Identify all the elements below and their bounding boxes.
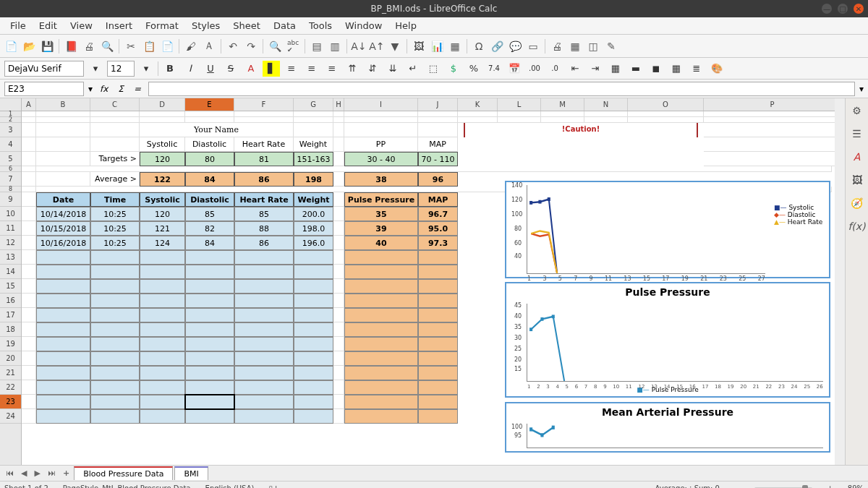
sidebar-gallery-icon[interactable]: 🖼 xyxy=(849,172,865,188)
dec-indent-icon[interactable]: ⇤ xyxy=(566,61,584,77)
row-icon[interactable]: ▤ xyxy=(309,38,325,54)
font-color-icon[interactable]: A xyxy=(242,61,260,77)
sidebar-functions-icon[interactable]: f(x) xyxy=(849,218,865,234)
clear-format-icon[interactable]: Ａ xyxy=(201,38,217,54)
sidebar-styles-icon[interactable]: A xyxy=(849,149,865,165)
align-right-icon[interactable]: ≡ xyxy=(323,61,341,77)
menu-window[interactable]: Window xyxy=(339,19,388,33)
align-bot-icon[interactable]: ⇊ xyxy=(384,61,401,77)
tab-last-icon[interactable]: ⏭ xyxy=(45,468,59,478)
underline-button[interactable]: U xyxy=(202,61,219,77)
headers-icon[interactable]: ▭ xyxy=(525,38,541,54)
zoom-out-icon[interactable]: − xyxy=(734,484,740,488)
insert-chart-icon[interactable]: 📊 xyxy=(429,38,445,54)
open-icon[interactable]: 📂 xyxy=(21,38,37,54)
date-icon[interactable]: 📅 xyxy=(506,61,523,77)
border-color-icon[interactable]: ◼ xyxy=(647,61,665,77)
tab-bmi[interactable]: BMI xyxy=(174,466,208,480)
minimize-icon[interactable]: — xyxy=(822,4,832,14)
sidebar-settings-icon[interactable]: ⚙ xyxy=(849,103,865,119)
font-name-dropdown-icon[interactable]: ▾ xyxy=(87,61,104,77)
draw-icon[interactable]: ✎ xyxy=(603,38,619,54)
themes-icon[interactable]: 🎨 xyxy=(708,61,726,77)
maximize-icon[interactable]: □ xyxy=(838,4,848,14)
col-icon[interactable]: ▥ xyxy=(327,38,343,54)
split-icon[interactable]: ◫ xyxy=(585,38,601,54)
menu-sheet[interactable]: Sheet xyxy=(227,19,266,33)
number-icon[interactable]: 7.4 xyxy=(485,61,503,77)
align-top-icon[interactable]: ⇈ xyxy=(344,61,361,77)
font-name-input[interactable] xyxy=(4,61,84,77)
highlight-icon[interactable]: ▋ xyxy=(263,61,280,77)
align-mid-icon[interactable]: ⇵ xyxy=(364,61,381,77)
merge-icon[interactable]: ⬚ xyxy=(425,61,442,77)
del-decimal-icon[interactable]: .0 xyxy=(546,61,563,77)
paste-icon[interactable]: 📄 xyxy=(159,38,175,54)
menu-tools[interactable]: Tools xyxy=(303,19,338,33)
comment-icon[interactable]: 💬 xyxy=(507,38,523,54)
menu-edit[interactable]: Edit xyxy=(33,19,63,33)
menu-help[interactable]: Help xyxy=(389,19,422,33)
sidebar-properties-icon[interactable]: ☰ xyxy=(849,126,865,142)
chart-bp[interactable]: 140 120 100 80 60 40 xyxy=(505,181,830,278)
spellcheck-icon[interactable]: abc✔ xyxy=(285,38,301,54)
undo-icon[interactable]: ↶ xyxy=(225,38,241,54)
insert-image-icon[interactable]: 🖼 xyxy=(411,38,427,54)
column-headers[interactable]: ABCD EFGH IJKL MNOP xyxy=(22,98,845,111)
cellref-dropdown-icon[interactable]: ▾ xyxy=(88,84,93,94)
menu-data[interactable]: Data xyxy=(268,19,302,33)
autofilter-icon[interactable]: ▼ xyxy=(387,38,403,54)
tab-prev-icon[interactable]: ◀ xyxy=(18,468,30,478)
menu-styles[interactable]: Styles xyxy=(186,19,226,33)
bold-button[interactable]: B xyxy=(161,61,179,77)
status-language[interactable]: English (USA) xyxy=(205,484,255,488)
export-pdf-icon[interactable]: 📕 xyxy=(63,38,79,54)
pivot-icon[interactable]: ▦ xyxy=(447,38,463,54)
freeze-icon[interactable]: ▦ xyxy=(567,38,583,54)
status-zoom[interactable]: 89% xyxy=(848,484,864,488)
cut-icon[interactable]: ✂ xyxy=(123,38,139,54)
spreadsheet-area[interactable]: 12 345 6 7 8 9101112 13141516 17181920 2… xyxy=(0,98,845,465)
tab-blood-pressure[interactable]: Blood Pressure Data xyxy=(74,466,173,480)
currency-icon[interactable]: $ xyxy=(445,61,462,77)
border-style-icon[interactable]: ▬ xyxy=(627,61,644,77)
tab-add-icon[interactable]: + xyxy=(60,468,72,478)
menu-format[interactable]: Format xyxy=(140,19,184,33)
formula-input[interactable] xyxy=(148,82,855,96)
italic-button[interactable]: I xyxy=(182,61,199,77)
redo-icon[interactable]: ↷ xyxy=(243,38,259,54)
cond-format-icon[interactable]: ≣ xyxy=(688,61,705,77)
align-left-icon[interactable]: ≡ xyxy=(283,61,300,77)
define-print-icon[interactable]: 🖨 xyxy=(549,38,565,54)
font-size-input[interactable] xyxy=(107,61,135,77)
tab-next-icon[interactable]: ▶ xyxy=(31,468,43,478)
add-decimal-icon[interactable]: .00 xyxy=(526,61,543,77)
align-center-icon[interactable]: ≡ xyxy=(303,61,320,77)
borders-icon[interactable]: ▦ xyxy=(607,61,624,77)
vertical-scrollbar[interactable] xyxy=(835,98,845,465)
menu-insert[interactable]: Insert xyxy=(100,19,138,33)
close-icon[interactable]: ✕ xyxy=(854,4,864,14)
clone-format-icon[interactable]: 🖌 xyxy=(183,38,199,54)
find-icon[interactable]: 🔍 xyxy=(267,38,283,54)
row-headers[interactable]: 12 345 6 7 8 9101112 13141516 17181920 2… xyxy=(0,98,22,465)
chart-pp[interactable]: Pulse Pressure 45 40 35 30 25 20 15 xyxy=(505,282,830,398)
wrap-icon[interactable]: ↵ xyxy=(404,61,422,77)
menu-view[interactable]: View xyxy=(64,19,98,33)
sidebar-navigator-icon[interactable]: 🧭 xyxy=(849,195,865,211)
autoformat-icon[interactable]: ▦ xyxy=(668,61,685,77)
function-wizard-icon[interactable]: fx xyxy=(97,84,111,94)
hyperlink-icon[interactable]: 🔗 xyxy=(489,38,505,54)
font-size-dropdown-icon[interactable]: ▾ xyxy=(137,61,155,77)
status-insert-mode[interactable]: ▯ ¦ xyxy=(268,484,277,488)
zoom-in-icon[interactable]: + xyxy=(827,484,833,488)
sort-desc-icon[interactable]: A↑ xyxy=(369,38,385,54)
inc-indent-icon[interactable]: ⇥ xyxy=(587,61,604,77)
sort-asc-icon[interactable]: A↓ xyxy=(351,38,367,54)
formula-expand-icon[interactable]: ▾ xyxy=(859,84,864,94)
strike-button[interactable]: S xyxy=(222,61,239,77)
menu-file[interactable]: File xyxy=(4,19,32,33)
percent-icon[interactable]: % xyxy=(465,61,482,77)
equals-icon[interactable]: = xyxy=(131,84,144,94)
copy-icon[interactable]: 📋 xyxy=(141,38,157,54)
